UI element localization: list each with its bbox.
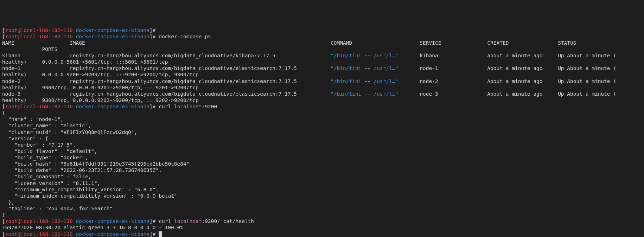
terminal-line: "build_type" : "docker",	[2, 154, 642, 161]
json-line: {	[2, 110, 5, 116]
prompt-userhost: root@local-168-182-110	[5, 34, 73, 39]
terminal-line: }	[2, 212, 642, 218]
prompt-bracket: ]#	[149, 218, 155, 224]
terminal-line: healthy) 0.0.0.0:9200->9200/tcp, :::9200…	[2, 71, 642, 78]
ps-header-ports: PORTS	[42, 46, 58, 52]
terminal-line: "cluster_uuid" : "VFJFIzYQQ8mQlFzcwO2dqQ…	[2, 129, 642, 135]
json-line: "build_hash" : "8d61b4f7ddf931f219e3745f…	[2, 161, 192, 167]
json-line: "build_flavor" : "default",	[2, 148, 97, 154]
cmd-docker-compose-ps: docker-compose ps	[156, 34, 211, 39]
ps-status: Up About a minute (	[558, 91, 616, 97]
prompt-userhost: root@local-168-182-110	[5, 27, 73, 33]
ps-name: node-2	[2, 78, 70, 84]
ps-health: healthy)	[2, 72, 42, 77]
terminal-line: "cluster_name" : "elastic",	[2, 122, 642, 129]
ps-service: node-1	[420, 65, 487, 71]
ps-status: Up About a minute (	[558, 65, 616, 71]
json-line: "build_snapshot" :	[2, 174, 73, 179]
json-line: "minimum_index_compatibility_version" : …	[2, 193, 177, 199]
cat-health-output: 1697877020 08:30:20 elastic green 3 3 16…	[2, 225, 183, 230]
terminal-line: [root@local-168-182-110 docker-compose-e…	[2, 33, 642, 40]
ps-status: Up About a minute (	[558, 78, 616, 84]
ps-ports: 9300/tcp, 0.0.0.0:9201->9200/tcp, :::920…	[42, 85, 199, 90]
terminal-line: node-3 registry.cn-hangzhou.aliyuncs.com…	[2, 91, 642, 97]
ps-name: node-3	[2, 91, 70, 97]
ps-header-command: COMMAND	[331, 40, 420, 46]
terminal-line: {	[2, 110, 642, 116]
cmd-curl: curl	[156, 218, 174, 224]
terminal-line: "build_hash" : "8d61b4f7ddf931f219e3745f…	[2, 161, 642, 167]
terminal-line: 1697877020 08:30:20 elastic green 3 3 16…	[2, 224, 642, 231]
json-line: "name" : "node-1",	[2, 116, 64, 122]
terminal-line: healthy) 0.0.0.0:5601->5601/tcp, :::5601…	[2, 59, 642, 65]
terminal-line: },	[2, 199, 642, 205]
ps-command: "/bin/tini -- /usr/l…"	[331, 65, 398, 71]
json-line: "number" : "7.17.5",	[2, 142, 76, 148]
json-line: "lucene_version" : "8.11.1",	[2, 180, 100, 186]
curl-tail: :9200/_cat/health	[202, 218, 254, 224]
ps-service: node-2	[420, 78, 487, 84]
terminal-line: [root@local-168-182-110 docker-compose-e…	[2, 218, 642, 224]
ps-command: "/bin/tini -- /usr/l…"	[331, 53, 398, 58]
json-false: false	[73, 174, 88, 179]
ps-service: kibana	[420, 53, 487, 58]
prompt-bracket: ]#	[149, 27, 155, 33]
terminal-line: [root@local-168-182-110 docker-compose-e…	[2, 103, 642, 110]
json-line: "build_date" : "2022-06-23T21:57:28.7367…	[2, 167, 162, 173]
terminal-line: "build_flavor" : "default",	[2, 148, 642, 154]
ps-health: healthy)	[2, 59, 42, 65]
ps-name: kibana	[2, 53, 70, 58]
prompt-bracket: ]#	[149, 104, 155, 109]
prompt-dir: docker-compose-es-kibana	[76, 218, 150, 224]
ps-header-image: IMAGE	[70, 40, 331, 46]
ps-name: node-1	[2, 65, 70, 71]
prompt-bracket: [	[2, 104, 5, 109]
terminal-output[interactable]: [root@local-168-182-110 docker-compose-e…	[2, 27, 642, 237]
terminal-line: "tagline" : "You Know, for Search"	[2, 205, 642, 212]
terminal-line: node-1 registry.cn-hangzhou.aliyuncs.com…	[2, 65, 642, 71]
prompt-dir: docker-compose-es-kibana	[76, 231, 150, 237]
json-line: },	[2, 199, 14, 205]
prompt-bracket: ]#	[149, 231, 155, 237]
json-line: "minimum_wire_compatibility_version" : "…	[2, 187, 159, 192]
ps-health: healthy)	[2, 97, 42, 103]
ps-ports: 0.0.0.0:9200->9200/tcp, :::9200->9200/tc…	[42, 72, 199, 77]
ps-image: registry.cn-hangzhou.aliyuncs.com/bigdat…	[70, 91, 331, 97]
json-line: }	[2, 212, 5, 218]
terminal-line: healthy) 9300/tcp, 0.0.0.0:9201->9200/tc…	[2, 84, 642, 91]
terminal-line: "version" : {	[2, 135, 642, 142]
cursor[interactable]	[159, 231, 162, 237]
ps-header-status: STATUS	[558, 40, 576, 46]
json-line: "cluster_name" : "elastic",	[2, 123, 91, 128]
terminal-line: node-2 registry.cn-hangzhou.aliyuncs.com…	[2, 78, 642, 84]
ps-header-service: SERVICE	[420, 40, 487, 46]
ps-command: "/bin/tini -- /usr/l…"	[331, 91, 398, 97]
terminal-line: "minimum_index_compatibility_version" : …	[2, 193, 642, 199]
curl-host: localhost	[174, 104, 202, 109]
terminal-line: "number" : "7.17.5",	[2, 142, 642, 148]
terminal-line: PORTS	[2, 46, 642, 52]
prompt-dir: docker-compose-es-kibana	[76, 104, 150, 109]
terminal-line: [root@local-168-182-110 docker-compose-e…	[2, 231, 642, 237]
terminal-line: "name" : "node-1",	[2, 116, 642, 122]
json-line: "version" : {	[2, 136, 48, 141]
json-line: "build_type" : "docker",	[2, 155, 88, 160]
json-line: "tagline" : "You Know, for Search"	[2, 206, 113, 211]
ps-header-name: NAME	[2, 40, 70, 46]
ps-image: registry.cn-hangzhou.aliyuncs.com/bigdat…	[70, 78, 331, 84]
ps-image: registry.cn-hangzhou.aliyuncs.com/bigdat…	[70, 65, 331, 71]
cmd-curl: curl	[156, 104, 174, 109]
prompt-dir: docker-compose-es-kibana	[76, 27, 150, 33]
prompt-userhost: root@local-168-182-110	[5, 231, 73, 237]
prompt-bracket: [	[2, 34, 5, 39]
terminal-line: "build_date" : "2022-06-23T21:57:28.7367…	[2, 167, 642, 173]
prompt-bracket: [	[2, 218, 5, 224]
ps-created: About a minute ago	[487, 91, 558, 97]
ps-header-created: CREATED	[487, 40, 558, 46]
ps-image: registry.cn-hangzhou.aliyuncs.com/bigdat…	[70, 53, 331, 58]
ps-health: healthy)	[2, 85, 42, 90]
ps-ports: 0.0.0.0:5601->5601/tcp, :::5601->5601/tc…	[42, 59, 168, 65]
ps-ports: 9300/tcp, 0.0.0.0:9202->9200/tcp, :::920…	[42, 97, 199, 103]
ps-command: "/bin/tini -- /usr/l…"	[331, 78, 398, 84]
terminal-line: "build_snapshot" : false,	[2, 173, 642, 180]
